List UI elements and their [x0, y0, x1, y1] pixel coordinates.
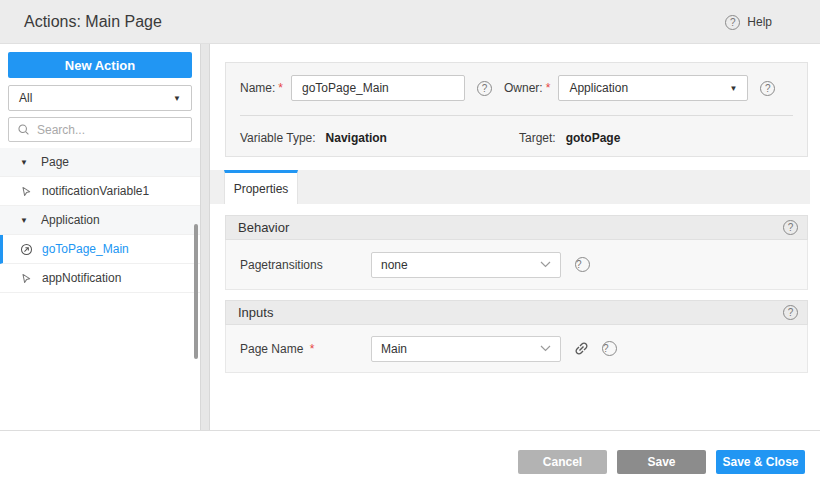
tree-item-label: notificationVariable1 — [42, 184, 149, 198]
pagetransitions-dropdown[interactable]: none — [371, 252, 561, 278]
app-header: Actions: Main Page ? Help — [0, 0, 820, 44]
tree-group-label: Application — [41, 213, 100, 227]
behavior-section-title: Behavior — [238, 220, 289, 235]
actions-tree: ▼ Page notificationVariable1 ▼ Applicati… — [0, 148, 200, 293]
variable-flag-icon — [20, 272, 33, 285]
page-title: Actions: Main Page — [24, 13, 162, 31]
caret-down-icon: ▼ — [173, 94, 181, 103]
name-owner-row: Name: * ? Owner: * Application ▼ ? — [240, 75, 793, 101]
inputs-section-title: Inputs — [238, 305, 273, 320]
inputs-section-body: Page Name * Main ? — [225, 325, 808, 373]
search-icon — [17, 123, 30, 136]
target-label: Target: — [519, 131, 556, 145]
caret-down-icon: ▼ — [721, 84, 737, 93]
name-help-icon[interactable]: ? — [477, 81, 492, 96]
tab-properties[interactable]: Properties — [224, 170, 298, 204]
search-box — [8, 117, 192, 142]
owner-select[interactable]: Application ▼ — [558, 75, 748, 101]
action-summary-panel: Name: * ? Owner: * Application ▼ ? Varia… — [225, 62, 808, 157]
inputs-help-icon[interactable]: ? — [783, 305, 798, 320]
required-asterisk: * — [310, 342, 315, 356]
variable-type-value: Navigation — [326, 131, 387, 145]
owner-value: Application — [569, 81, 628, 95]
page-name-label: Page Name * — [240, 342, 371, 356]
sidebar-scrollbar[interactable] — [194, 224, 198, 359]
pagetransitions-help-icon[interactable]: ? — [575, 257, 590, 272]
tree-group-application[interactable]: ▼ Application — [0, 206, 200, 235]
chevron-down-icon — [540, 261, 551, 268]
chevron-down-icon: ▼ — [20, 158, 32, 167]
inputs-section: Inputs ? Page Name * Main ? — [225, 300, 808, 373]
tree-group-label: Page — [41, 155, 69, 169]
footer-buttons: Cancel Save Save & Close — [518, 450, 805, 474]
bind-link-icon[interactable] — [573, 340, 590, 357]
chevron-down-icon — [540, 345, 551, 352]
owner-help-icon[interactable]: ? — [760, 81, 775, 96]
help-link[interactable]: ? Help — [725, 0, 772, 44]
tree-item-gotopage-main[interactable]: goToPage_Main — [0, 235, 200, 264]
save-and-close-button[interactable]: Save & Close — [716, 450, 805, 474]
chevron-down-icon: ▼ — [20, 216, 32, 225]
tree-group-page[interactable]: ▼ Page — [0, 148, 200, 177]
panel-divider — [200, 44, 210, 430]
behavior-section-body: Pagetransitions none ? — [225, 240, 808, 290]
owner-label: Owner: — [504, 81, 543, 95]
page-name-value: Main — [381, 342, 407, 356]
cancel-button[interactable]: Cancel — [518, 450, 607, 474]
tree-item-notificationvariable1[interactable]: notificationVariable1 — [0, 177, 200, 206]
filter-dropdown[interactable]: All ▼ — [8, 85, 192, 111]
tree-item-appnotification[interactable]: appNotification — [0, 264, 200, 293]
filter-value: All — [19, 91, 32, 105]
required-asterisk: * — [546, 81, 551, 95]
tree-item-label: goToPage_Main — [42, 242, 129, 256]
new-action-button[interactable]: New Action — [8, 52, 192, 78]
variable-type-label: Variable Type: — [240, 131, 316, 145]
page-name-dropdown[interactable]: Main — [371, 336, 561, 362]
name-label: Name: — [240, 81, 275, 95]
type-target-row: Variable Type: Navigation Target: gotoPa… — [240, 127, 793, 149]
required-asterisk: * — [278, 81, 283, 95]
pagetransitions-label: Pagetransitions — [240, 258, 371, 272]
variable-flag-icon — [20, 185, 33, 198]
help-label: Help — [747, 15, 772, 29]
summary-divider — [240, 115, 793, 116]
footer-bar: Cancel Save Save & Close — [0, 430, 820, 488]
tab-bar: Properties — [210, 170, 810, 204]
behavior-help-icon[interactable]: ? — [783, 220, 798, 235]
behavior-section: Behavior ? Pagetransitions none ? — [225, 215, 808, 290]
search-input[interactable] — [37, 123, 183, 137]
main-panel: Name: * ? Owner: * Application ▼ ? Varia… — [210, 44, 820, 430]
pagetransitions-value: none — [381, 258, 408, 272]
save-button[interactable]: Save — [617, 450, 706, 474]
tree-item-label: appNotification — [42, 271, 121, 285]
actions-sidebar: New Action All ▼ ▼ Page notificationVari… — [0, 44, 200, 430]
behavior-section-header: Behavior ? — [225, 215, 808, 240]
page-name-help-icon[interactable]: ? — [602, 341, 617, 356]
help-icon: ? — [725, 15, 740, 30]
inputs-section-header: Inputs ? — [225, 300, 808, 325]
navigation-icon — [20, 243, 33, 256]
name-input[interactable] — [291, 75, 465, 101]
target-value: gotoPage — [566, 131, 621, 145]
